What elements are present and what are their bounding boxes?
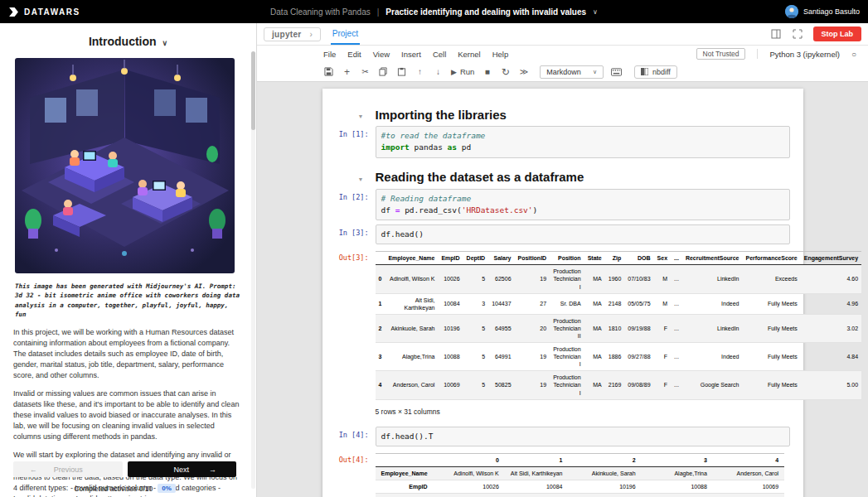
code-editor[interactable]: # Reading dataframe df = pd.read_csv('HR… bbox=[376, 189, 790, 221]
interrupt-kernel-icon[interactable]: ■ bbox=[482, 65, 492, 78]
table-cell: DeptID bbox=[376, 494, 434, 497]
move-cell-down-icon[interactable]: ↓ bbox=[433, 65, 444, 78]
input-prompt: In [4]: bbox=[322, 427, 376, 446]
output-prompt: Out[3]: bbox=[322, 251, 376, 422]
heading-reading-dataset: Reading the dataset as a dataframe bbox=[376, 170, 584, 184]
fullscreen-icon[interactable] bbox=[792, 28, 803, 40]
collapse-section-icon[interactable]: ▼ bbox=[358, 176, 364, 182]
lesson-nav: ← Previous Next → bbox=[0, 461, 250, 477]
menu-file[interactable]: File bbox=[323, 50, 336, 59]
course-title[interactable]: Data Cleaning with Pandas bbox=[270, 7, 371, 17]
menu-edit[interactable]: Edit bbox=[347, 50, 361, 59]
nbdiff-label: nbdiff bbox=[652, 68, 671, 76]
table-cell: 62506 bbox=[488, 265, 514, 293]
section-title: Introduction bbox=[89, 35, 157, 48]
image-caption: This image has been generated with Midjo… bbox=[15, 282, 241, 319]
table-cell: 1 bbox=[505, 453, 569, 466]
table-cell: 5 bbox=[713, 494, 784, 497]
table-cell: MA bbox=[584, 371, 605, 399]
progress-row: Completed activities 0/10 0% bbox=[0, 484, 250, 493]
table-cell: Adinolfi, Wilson K bbox=[385, 265, 438, 293]
command-palette-icon[interactable] bbox=[611, 65, 622, 78]
save-icon[interactable] bbox=[323, 65, 334, 78]
left-panel-scrollbar[interactable] bbox=[251, 51, 255, 489]
table-cell: Position bbox=[550, 252, 584, 265]
table-cell: Production Technician I bbox=[550, 371, 584, 399]
table-cell: MA bbox=[584, 314, 605, 342]
table-cell: Fully Meets bbox=[742, 293, 800, 314]
cut-cell-icon[interactable]: ✂ bbox=[360, 65, 371, 78]
lesson-title[interactable]: Practice identifying and dealing with in… bbox=[386, 7, 586, 17]
table-cell: 4.60 bbox=[801, 265, 861, 293]
table-cell: 10084 bbox=[505, 480, 569, 494]
table-cell: PositionID bbox=[515, 252, 550, 265]
menu-insert[interactable]: Insert bbox=[401, 50, 421, 59]
scrollbar-thumb[interactable] bbox=[251, 51, 255, 130]
user-icon bbox=[785, 5, 798, 18]
code-cell-1: In [1]: #to read the dataframe import pa… bbox=[322, 126, 803, 158]
table-cell: EmpID bbox=[438, 252, 463, 265]
menu-cell[interactable]: Cell bbox=[433, 50, 446, 59]
next-button[interactable]: Next → bbox=[128, 461, 237, 477]
table-cell: ... bbox=[671, 343, 682, 371]
datawars-logo-icon bbox=[8, 7, 19, 17]
intro-paragraph: In this project, we will be working with… bbox=[13, 327, 243, 381]
lesson-chevron-down-icon[interactable]: ∨ bbox=[593, 8, 598, 16]
notebook-toolbar: + ✂ ↑ ↓ ▶ Run ■ ↻ ≫ Markdown ∨ bbox=[257, 62, 868, 82]
table-cell: 19 bbox=[515, 371, 550, 399]
table-cell: 10026 bbox=[434, 480, 505, 494]
code-editor[interactable]: #to read the dataframe import pandas as … bbox=[376, 126, 790, 158]
menu-kernel[interactable]: Kernel bbox=[458, 50, 480, 59]
input-prompt: In [3]: bbox=[322, 224, 376, 244]
table-cell: 64991 bbox=[488, 343, 514, 371]
table-cell: 0 bbox=[434, 453, 505, 466]
table-cell bbox=[376, 252, 386, 265]
restart-run-all-icon[interactable]: ≫ bbox=[518, 65, 529, 78]
copy-cell-icon[interactable] bbox=[378, 65, 389, 78]
table-cell: 1810 bbox=[605, 314, 625, 342]
nbdiff-button[interactable]: nbdiff bbox=[634, 65, 677, 79]
tab-project[interactable]: Project bbox=[331, 23, 360, 45]
add-cell-icon[interactable]: + bbox=[342, 65, 352, 78]
table-cell: 27 bbox=[515, 293, 550, 314]
menu-view[interactable]: View bbox=[373, 50, 390, 59]
user-menu[interactable]: Santiago Basulto bbox=[785, 5, 860, 18]
menu-help[interactable]: Help bbox=[492, 50, 509, 59]
table-cell: F bbox=[654, 343, 671, 371]
run-label: Run bbox=[460, 67, 474, 76]
paste-cell-icon[interactable] bbox=[396, 65, 407, 78]
layout-panel-icon[interactable] bbox=[770, 28, 782, 40]
stop-lab-button[interactable]: Stop Lab bbox=[813, 27, 862, 41]
progress-badge: 0% bbox=[158, 484, 176, 493]
table-cell: Fully Meets bbox=[742, 343, 800, 371]
collapse-section-icon[interactable]: ▼ bbox=[358, 113, 364, 119]
notebook-scroll-area[interactable]: ▼ Importing the libraries In [1]: #to re… bbox=[257, 82, 868, 497]
table-cell: 10088 bbox=[642, 480, 713, 494]
table-cell: Google Search bbox=[682, 371, 743, 399]
table-cell: 10196 bbox=[568, 480, 641, 494]
table-cell: 10084 bbox=[438, 293, 463, 314]
intro-illustration bbox=[15, 58, 235, 273]
section-dropdown[interactable]: Introduction ∨ bbox=[0, 35, 256, 48]
datawars-brand[interactable]: DATAWARS bbox=[8, 7, 80, 17]
code-editor[interactable]: df.head() bbox=[376, 224, 790, 244]
jupyter-home-button[interactable]: jupyter › bbox=[264, 27, 321, 41]
table-cell: 09/08/89 bbox=[624, 371, 653, 399]
table-cell: 104437 bbox=[488, 293, 514, 314]
breadcrumb-separator: | bbox=[377, 7, 380, 17]
previous-button[interactable]: ← Previous bbox=[13, 461, 123, 477]
move-cell-up-icon[interactable]: ↑ bbox=[415, 65, 425, 78]
chevron-down-icon: ∨ bbox=[593, 69, 597, 75]
table-cell: 4 bbox=[376, 371, 386, 399]
table-cell: Indeed bbox=[682, 293, 743, 314]
brand-name: DATAWARS bbox=[24, 7, 80, 17]
table-cell: Sex bbox=[654, 252, 671, 265]
restart-kernel-icon[interactable]: ↻ bbox=[500, 65, 511, 78]
notebook-document: ▼ Importing the libraries In [1]: #to re… bbox=[322, 89, 803, 497]
code-editor[interactable]: df.head().T bbox=[376, 427, 790, 446]
cell-type-select[interactable]: Markdown ∨ bbox=[540, 65, 604, 79]
not-trusted-button[interactable]: Not Trusted bbox=[696, 48, 746, 60]
run-cell-button[interactable]: ▶ Run bbox=[451, 67, 474, 76]
table-cell: Salary bbox=[488, 252, 514, 265]
lab-header: jupyter › Project Stop Lab bbox=[257, 23, 868, 46]
